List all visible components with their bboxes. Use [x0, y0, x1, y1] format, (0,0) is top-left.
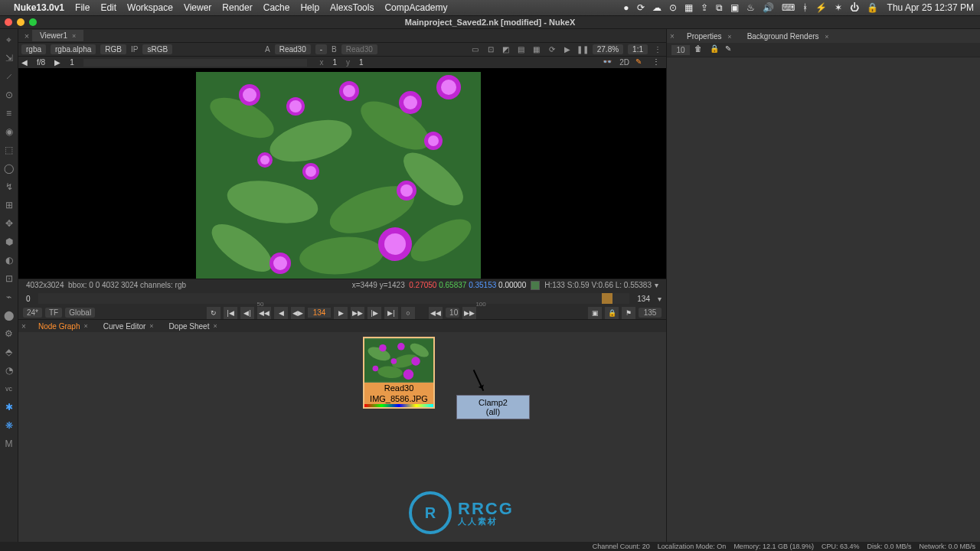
tool-icon[interactable]: ⚙	[3, 328, 15, 340]
timeline-chevron-icon[interactable]: ▾	[658, 295, 662, 303]
stereo-icon[interactable]: 👓	[603, 57, 613, 68]
next-key-icon[interactable]: |▶	[368, 307, 381, 319]
status-chevron-icon[interactable]: ▾	[655, 281, 658, 289]
tool-icon[interactable]: ◐	[3, 254, 15, 266]
status-icon[interactable]: ⊙	[669, 2, 677, 13]
timeline-start-frame[interactable]: 0	[23, 295, 34, 303]
tool-icon[interactable]: ⟋	[3, 70, 15, 83]
tab-properties[interactable]: Properties ×	[679, 31, 740, 42]
tab-close-icon[interactable]: ×	[825, 33, 828, 41]
tool-icon[interactable]: ⬤	[3, 309, 15, 321]
tool-icon[interactable]: ⇲	[3, 52, 15, 64]
input-a-node[interactable]: Read30	[275, 44, 311, 54]
skip-back-icon[interactable]: ◀◀	[429, 307, 443, 319]
fstop-prev-icon[interactable]: ◀	[21, 58, 28, 67]
tab-node-graph[interactable]: Node Graph ×	[31, 321, 96, 332]
status-icon[interactable]: ⧉	[716, 2, 723, 13]
tool-icon[interactable]: ✱	[3, 401, 15, 413]
viewer-tab[interactable]: Viewer1 ×	[32, 30, 83, 41]
tab-close-icon[interactable]: ×	[727, 33, 731, 41]
fps-selector[interactable]: 24*	[23, 308, 42, 318]
tool-icon[interactable]: ⬘	[3, 346, 15, 358]
menu-compacademy[interactable]: CompAcademy	[384, 2, 447, 13]
wipe-selector[interactable]: -	[315, 44, 327, 54]
pane-close-icon[interactable]: ×	[670, 32, 679, 41]
play-forward-icon[interactable]: ▶	[334, 307, 348, 319]
fstop-next-icon[interactable]: ▶	[54, 58, 60, 67]
play-back-icon[interactable]: ◀	[274, 307, 288, 319]
skip-fwd-icon[interactable]: ▶▶	[462, 307, 476, 319]
pane-close-icon[interactable]: ×	[21, 31, 32, 41]
tab-close-icon[interactable]: ×	[72, 32, 76, 40]
menu-help[interactable]: Help	[300, 2, 319, 13]
tab-background-renders[interactable]: Background Renders ×	[740, 31, 837, 42]
end-frame-field[interactable]: 135	[639, 308, 662, 318]
tool-icon[interactable]: ◯	[3, 162, 15, 174]
flag-icon[interactable]: ⚑	[622, 307, 635, 319]
step-forward-icon[interactable]: ▶▶	[351, 307, 364, 319]
tab-curve-editor[interactable]: Curve Editor ×	[96, 321, 162, 332]
x-value[interactable]: 1	[329, 58, 340, 67]
tool-icon[interactable]: ⬚	[3, 144, 15, 156]
status-icon[interactable]: ●	[623, 2, 629, 13]
status-icon[interactable]: ♨	[746, 2, 755, 13]
clip-icon[interactable]: ▤	[516, 44, 527, 55]
clear-all-icon[interactable]: 🗑	[694, 44, 705, 55]
last-frame-icon[interactable]: ▶|	[384, 307, 398, 319]
status-icon[interactable]: ⌨	[782, 2, 795, 13]
tab-close-icon[interactable]: ×	[213, 322, 217, 330]
overscan-icon[interactable]: ▭	[470, 44, 481, 55]
roi-icon[interactable]: ⊡	[485, 44, 496, 55]
tool-icon[interactable]: ⊙	[3, 89, 15, 101]
view-mode-selector[interactable]: 2D	[619, 58, 629, 67]
pane-close-icon[interactable]: ×	[21, 322, 31, 331]
options-icon[interactable]: ⋮	[652, 44, 663, 55]
status-icon[interactable]: ▣	[730, 2, 739, 13]
tool-icon[interactable]: ↯	[3, 181, 15, 193]
view-icon[interactable]: ▣	[588, 307, 602, 319]
lock-icon[interactable]: 🔒	[605, 307, 619, 319]
timeline-end-frame[interactable]: 134	[634, 295, 653, 303]
display-lut-selector[interactable]: sRGB	[142, 44, 172, 54]
window-minimize-button[interactable]	[17, 18, 24, 26]
node-graph[interactable]: Read30 IMG_8586.JPG Clamp2 (all) R RRCG …	[18, 332, 666, 542]
loop-icon[interactable]: ↻	[207, 307, 220, 319]
layer-selector[interactable]: rgba	[21, 44, 46, 54]
menu-alexstools[interactable]: AlexsTools	[330, 2, 374, 13]
ratio-selector[interactable]: 1:1	[628, 44, 648, 54]
y-value[interactable]: 1	[356, 58, 367, 67]
step-back-icon[interactable]: ◀◀	[257, 307, 271, 319]
wipe-icon[interactable]: ◩	[501, 44, 511, 55]
tab-close-icon[interactable]: ×	[149, 322, 153, 330]
menu-cache[interactable]: Cache	[263, 2, 290, 13]
menu-edit[interactable]: Edit	[100, 2, 116, 13]
status-icon[interactable]: ⚡	[815, 2, 827, 13]
pause-icon[interactable]: ❚❚	[577, 44, 588, 55]
lock-all-icon[interactable]: 🔒	[710, 44, 720, 55]
channel-selector[interactable]: rgba.alpha	[51, 44, 96, 54]
tool-icon[interactable]: vc	[3, 383, 15, 395]
status-icon[interactable]: ᚼ	[802, 2, 808, 13]
menu-clock[interactable]: Thu Apr 25 12:37 PM	[887, 2, 974, 13]
viewer-options-icon[interactable]: ⋮	[652, 57, 663, 68]
proxy-icon[interactable]: ▦	[531, 44, 542, 55]
tool-icon[interactable]: ❋	[3, 419, 15, 432]
status-icon[interactable]: ⏻	[850, 2, 859, 13]
menu-file[interactable]: File	[75, 2, 90, 13]
status-icon[interactable]: ⟳	[637, 2, 645, 13]
timeformat-selector[interactable]: TF	[45, 308, 62, 318]
menu-viewer[interactable]: Viewer	[184, 2, 211, 13]
status-icon[interactable]: ▦	[684, 2, 693, 13]
tool-icon[interactable]: ⊡	[3, 272, 15, 285]
viewer-viewport[interactable]	[18, 69, 666, 279]
input-b-node[interactable]: Read30	[341, 44, 377, 54]
status-icon[interactable]: 🔊	[763, 2, 774, 13]
colorspace-selector[interactable]: RGB	[100, 44, 126, 54]
tool-icon[interactable]: ◔	[3, 364, 15, 377]
tab-dope-sheet[interactable]: Dope Sheet ×	[162, 321, 225, 332]
first-frame-icon[interactable]: |◀	[224, 307, 237, 319]
record-icon[interactable]: ○	[401, 307, 415, 319]
tool-icon[interactable]: ◉	[3, 126, 15, 138]
status-icon[interactable]: ⇪	[701, 2, 708, 13]
skip-frames-field[interactable]: 10	[446, 308, 459, 318]
